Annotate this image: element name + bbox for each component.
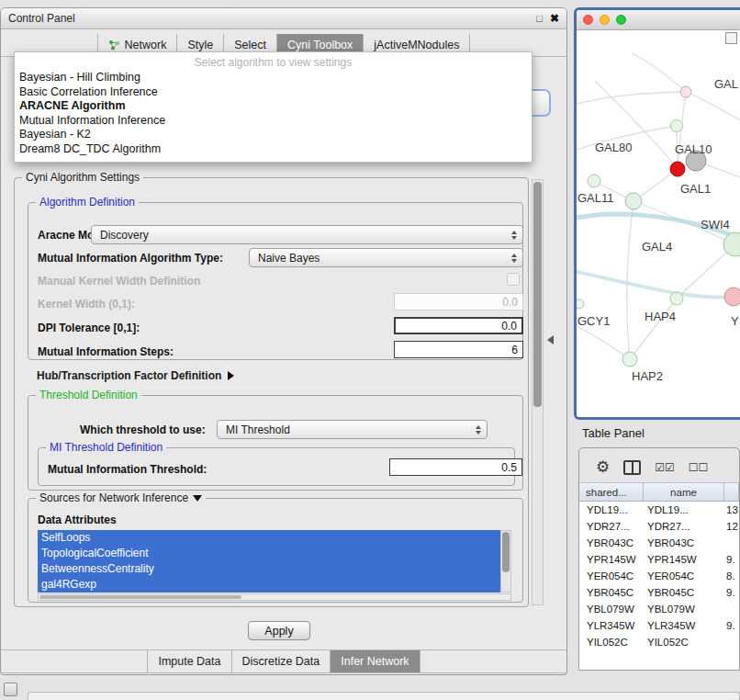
- kernel-width-field: [394, 293, 523, 310]
- column-header-shared-name[interactable]: shared...: [579, 483, 644, 501]
- cell: YBL079W: [579, 601, 644, 617]
- gear-button[interactable]: ⚙: [596, 459, 610, 475]
- kernel-width-label: Kernel Width (0,1):: [38, 298, 135, 310]
- table-row[interactable]: YPR145WYPR145W9.: [579, 551, 739, 568]
- table-row[interactable]: YER054CYER054C8.: [579, 568, 739, 584]
- deselect-all-button[interactable]: ☐☐: [689, 461, 709, 474]
- network-node[interactable]: [577, 299, 584, 309]
- tab-discretize-data[interactable]: Discretize Data: [232, 650, 331, 672]
- mi-steps-label: Mutual Information Steps:: [38, 345, 174, 358]
- combo-value: MI Threshold: [226, 423, 290, 436]
- cell: 9.: [724, 617, 739, 634]
- table-toolbar: ⚙ ☑☑ ☐☐: [579, 448, 739, 482]
- network-node[interactable]: [671, 120, 683, 132]
- network-node[interactable]: [724, 288, 740, 306]
- attribute-list-hscrollbar[interactable]: [38, 593, 511, 601]
- algorithm-option[interactable]: Basic Correlation Inference: [15, 85, 532, 100]
- tab-label: Discretize Data: [242, 655, 320, 668]
- network-node[interactable]: [670, 162, 685, 176]
- docked-panel-button[interactable]: [4, 683, 17, 696]
- algorithm-option-selected[interactable]: ARACNE Algorithm: [15, 99, 532, 114]
- table-row[interactable]: YIL052CYIL052C: [579, 634, 739, 650]
- mi-threshold-group: MI Threshold Definition Mutual Informati…: [38, 447, 515, 486]
- table-row[interactable]: YLR345WYLR345W9.: [579, 617, 739, 634]
- tab-impute-data[interactable]: Impute Data: [147, 650, 231, 672]
- tab-label: Network: [125, 39, 167, 51]
- cell: YER054C: [579, 568, 644, 584]
- cell: YIL052C: [644, 634, 724, 650]
- scrollbar-thumb[interactable]: [502, 532, 510, 572]
- attribute-list-item[interactable]: BetweennessCentrality: [38, 561, 500, 577]
- algorithm-option[interactable]: Bayesian - Hill Climbing: [15, 71, 532, 85]
- network-node[interactable]: [670, 292, 683, 305]
- network-graph[interactable]: GAL GAL80 GAL10 GAL11 GAL1 SWI4 GAL4 GCY…: [577, 30, 740, 420]
- which-threshold-select[interactable]: MI Threshold: [217, 420, 488, 439]
- scrollbar-thumb[interactable]: [39, 595, 241, 599]
- splitter-collapse-arrow[interactable]: [547, 335, 554, 344]
- close-window-button[interactable]: ✖: [550, 13, 559, 24]
- overview-toggle-button[interactable]: [725, 32, 737, 44]
- table-row[interactable]: YDR27...YDR27...12: [579, 518, 739, 535]
- dpi-tolerance-field[interactable]: [394, 317, 523, 334]
- table-row[interactable]: YBL079WYBL079W: [579, 601, 739, 617]
- control-panel-titlebar[interactable]: Control Panel □ ✖: [1, 8, 566, 29]
- window-close-button[interactable]: [583, 15, 593, 25]
- column-header-partial[interactable]: [724, 483, 739, 501]
- table-header: shared... name: [579, 482, 739, 502]
- mi-steps-field[interactable]: [394, 341, 523, 358]
- sources-group-title[interactable]: Sources for Network Inference: [36, 491, 206, 504]
- network-node[interactable]: [625, 193, 642, 209]
- aracne-mode-select[interactable]: Discovery: [91, 225, 523, 244]
- algorithm-option[interactable]: Mutual Information Inference: [15, 114, 532, 129]
- column-header-name[interactable]: name: [644, 483, 724, 501]
- cell: YBR045C: [644, 584, 724, 601]
- attribute-list-item[interactable]: TopologicalCoefficient: [38, 546, 500, 561]
- hub-definition-toggle[interactable]: Hub/Transcription Factor Definition: [37, 369, 234, 382]
- network-node[interactable]: [622, 352, 637, 367]
- collapsed-panel-strip: [28, 692, 740, 700]
- combo-arrows-icon: [511, 231, 517, 240]
- tab-label: Style: [187, 39, 213, 51]
- apply-button[interactable]: Apply: [248, 621, 310, 640]
- attribute-list-item[interactable]: SelfLoops: [38, 530, 500, 546]
- float-window-button[interactable]: □: [536, 14, 543, 24]
- network-node[interactable]: [588, 175, 600, 187]
- window-minimize-button[interactable]: [600, 15, 610, 25]
- algorithm-definition-group: Algorithm Definition Aracne Mode: Discov…: [28, 202, 523, 360]
- table-row[interactable]: YBR043CYBR043C: [579, 535, 739, 551]
- control-panel-window: Control Panel □ ✖ Network Style Select C…: [0, 7, 567, 675]
- combo-arrows-icon: [511, 254, 517, 263]
- node-label: GAL10: [675, 142, 712, 156]
- settings-scrollbar[interactable]: [532, 179, 544, 605]
- window-zoom-button[interactable]: [616, 15, 626, 25]
- network-node[interactable]: [680, 86, 691, 97]
- cell: YBR043C: [644, 535, 724, 551]
- cell: 13: [724, 502, 739, 518]
- node-label: GAL: [714, 77, 738, 91]
- network-canvas[interactable]: GAL GAL80 GAL10 GAL11 GAL1 SWI4 GAL4 GCY…: [577, 30, 740, 418]
- node-label: GAL4: [642, 240, 672, 254]
- network-tab-icon: [108, 40, 120, 51]
- table-row[interactable]: YBR045CYBR045C9.: [579, 584, 739, 601]
- cell: 9.: [724, 551, 739, 568]
- cell: YBL079W: [644, 601, 724, 617]
- desktop: Control Panel □ ✖ Network Style Select C…: [0, 0, 740, 700]
- select-all-button[interactable]: ☑☑: [655, 461, 675, 474]
- mi-threshold-field[interactable]: [389, 458, 522, 476]
- algorithm-option[interactable]: Bayesian - K2: [15, 128, 532, 142]
- scrollbar-thumb[interactable]: [533, 182, 542, 407]
- algorithm-definition-title: Algorithm Definition: [36, 196, 139, 209]
- cell: YDR27...: [579, 518, 644, 535]
- mi-type-select[interactable]: Naive Bayes: [249, 248, 523, 267]
- threshold-definition-group: Threshold Definition Which threshold to …: [28, 395, 523, 491]
- table-row[interactable]: YDL19...YDL19...13: [579, 502, 739, 518]
- columns-button[interactable]: [623, 460, 641, 475]
- table-body[interactable]: YDL19...YDL19...13 YDR27...YDR27...12 YB…: [579, 502, 739, 670]
- cyni-algorithm-settings-group: Cyni Algorithm Settings Algorithm Defini…: [14, 177, 529, 607]
- network-window-titlebar[interactable]: [577, 10, 740, 30]
- algorithm-option[interactable]: Dream8 DC_TDC Algorithm: [15, 142, 532, 157]
- attribute-list-item[interactable]: gal4RGexp: [38, 577, 500, 593]
- cell: 8.: [724, 568, 739, 584]
- tab-infer-network[interactable]: Infer Network: [331, 650, 420, 672]
- attribute-list-scrollbar[interactable]: [500, 530, 511, 593]
